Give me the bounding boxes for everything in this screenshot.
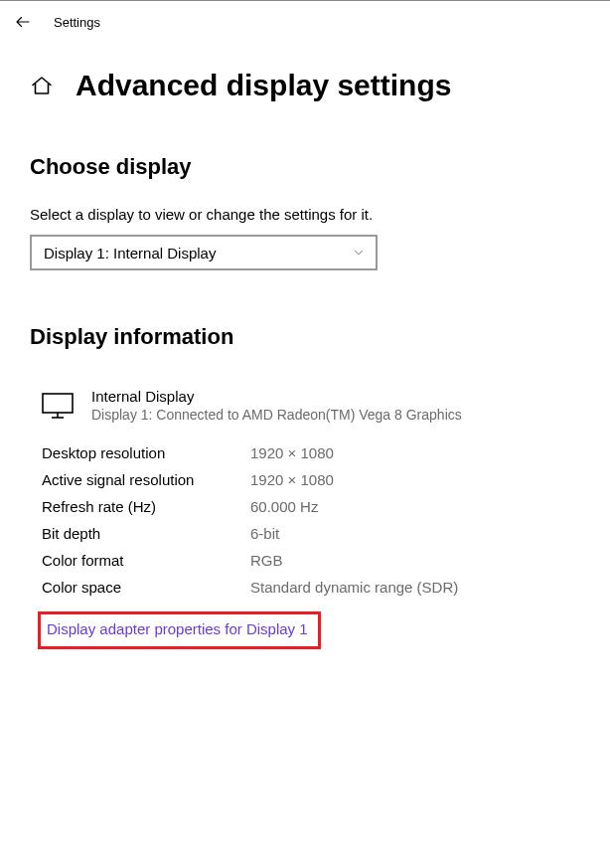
display-connection-info: Display 1: Connected to AMD Radeon(TM) V… <box>91 407 462 423</box>
back-button[interactable] <box>12 11 34 33</box>
info-value: 1920 × 1080 <box>250 444 334 461</box>
info-label: Bit depth <box>42 525 250 542</box>
topbar-title: Settings <box>54 15 100 30</box>
monitor-icon <box>42 392 74 420</box>
info-label: Refresh rate (Hz) <box>42 498 250 515</box>
choose-display-heading: Choose display <box>30 154 580 180</box>
highlighted-link-box: Display adapter properties for Display 1 <box>38 611 321 649</box>
page-title: Advanced display settings <box>76 69 451 102</box>
table-row: Active signal resolution 1920 × 1080 <box>42 471 580 488</box>
table-row: Color format RGB <box>42 552 580 569</box>
display-name: Internal Display <box>91 388 462 405</box>
info-label: Color format <box>42 552 250 569</box>
home-icon[interactable] <box>30 74 54 97</box>
display-info-table: Desktop resolution 1920 × 1080 Active si… <box>30 444 580 596</box>
display-information-heading: Display information <box>30 324 580 350</box>
table-row: Color space Standard dynamic range (SDR) <box>42 579 580 596</box>
display-select-dropdown[interactable]: Display 1: Internal Display <box>30 235 378 270</box>
display-adapter-properties-link[interactable]: Display adapter properties for Display 1 <box>47 620 308 637</box>
title-row: Advanced display settings <box>30 69 580 102</box>
info-value: RGB <box>250 552 283 569</box>
table-row: Desktop resolution 1920 × 1080 <box>42 444 580 461</box>
arrow-left-icon <box>14 13 32 31</box>
info-value: Standard dynamic range (SDR) <box>250 579 458 596</box>
info-label: Color space <box>42 579 250 596</box>
choose-display-helper: Select a display to view or change the s… <box>30 206 580 223</box>
dropdown-selected-value: Display 1: Internal Display <box>44 245 216 261</box>
table-row: Bit depth 6-bit <box>42 525 580 542</box>
content-area: Advanced display settings Choose display… <box>0 41 610 649</box>
info-value: 1920 × 1080 <box>250 471 334 488</box>
info-value: 6-bit <box>250 525 279 542</box>
info-label: Active signal resolution <box>42 471 250 488</box>
display-header-text: Internal Display Display 1: Connected to… <box>91 388 462 423</box>
display-header: Internal Display Display 1: Connected to… <box>30 388 580 423</box>
svg-rect-0 <box>43 394 73 413</box>
info-label: Desktop resolution <box>42 444 250 461</box>
info-value: 60.000 Hz <box>250 498 318 515</box>
chevron-down-icon <box>352 246 366 260</box>
topbar: Settings <box>0 0 610 41</box>
table-row: Refresh rate (Hz) 60.000 Hz <box>42 498 580 515</box>
